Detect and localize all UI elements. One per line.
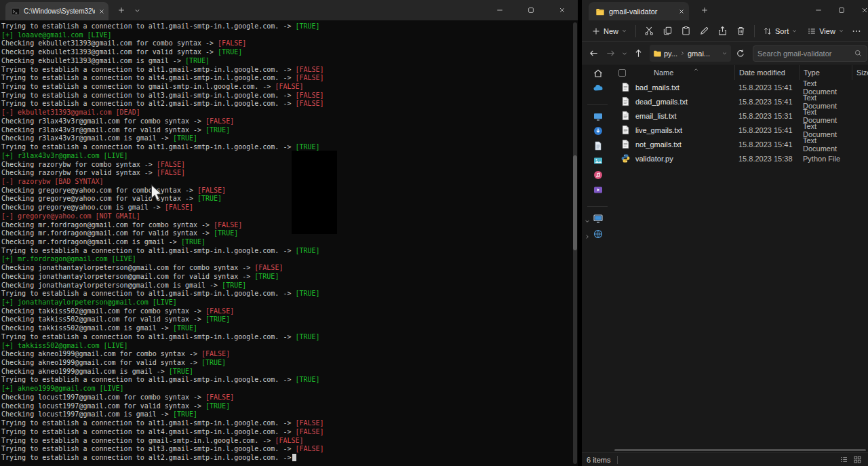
file-row[interactable]: live_gmails.txt15.8.2023 15:41Text Docum…: [613, 123, 868, 137]
terminal-tab-close-icon[interactable]: [98, 8, 105, 15]
recent-locations-chevron-icon[interactable]: [620, 45, 629, 61]
column-header-date-modified[interactable]: Date modified: [734, 65, 799, 80]
sidebar-item-videos[interactable]: [593, 185, 604, 195]
chevron-down-icon: [838, 28, 844, 34]
file-name: dead_gmails.txt: [635, 98, 734, 106]
sidebar-item-pictures[interactable]: [593, 155, 604, 166]
rename-button[interactable]: [695, 22, 713, 40]
terminal-line: Checking mr.fordragon@gmail.com for vali…: [1, 229, 578, 238]
explorer-new-tab-button[interactable]: [697, 3, 712, 17]
file-row[interactable]: bad_mails.txt15.8.2023 15:41Text Documen…: [613, 80, 868, 94]
large-icons-view-icon[interactable]: [852, 454, 863, 465]
refresh-icon[interactable]: [732, 45, 748, 61]
terminal-line: Trying to establish a connection to alt1…: [1, 419, 578, 428]
file-row[interactable]: email_list.txt15.8.2023 15:31Text Docume…: [613, 109, 868, 123]
terminal-line: Checking r3lax43v3r@gmail.com is gmail -…: [1, 134, 578, 143]
terminal-line: Trying to establish a connection to alt2…: [1, 100, 578, 109]
sidebar-item-onedrive[interactable]: [593, 83, 604, 94]
text-file-icon: [620, 82, 631, 93]
column-header-type[interactable]: Type: [799, 65, 852, 80]
file-date-modified: 15.8.2023 15:31: [734, 112, 799, 120]
terminal-line: Checking gregorye@yahoo.com for valid sy…: [1, 195, 578, 203]
select-all-checkbox[interactable]: [613, 65, 633, 80]
terminal-line: Checking locust1997@gmail.com is gmail -…: [1, 410, 578, 419]
sidebar-item-this-pc[interactable]: [593, 213, 604, 224]
terminal-line: [+] jonathantaylorpeterson@gmail.com [LI…: [1, 298, 578, 307]
terminal-line: Trying to establish a connection to alt1…: [1, 376, 578, 385]
copy-button[interactable]: [658, 22, 677, 40]
column-header-label: Type: [804, 69, 820, 77]
column-header-label: Date modified: [739, 69, 785, 77]
chevron-down-icon[interactable]: [584, 215, 591, 222]
terminal-line: Checking jonathantaylorpeterson@gmail.co…: [1, 273, 578, 281]
details-view-icon[interactable]: [838, 454, 850, 465]
file-date-modified: 15.8.2023 15:41: [734, 126, 799, 134]
search-icon: [854, 49, 863, 58]
chevron-right-icon[interactable]: [584, 231, 591, 237]
more-options-icon[interactable]: [851, 22, 863, 40]
terminal-line: Checking r3lax43v3r@gmail.com for combo …: [1, 117, 578, 126]
file-date-modified: 15.8.2023 15:41: [734, 98, 799, 106]
terminal-line: Checking locust1997@gmail.com for valid …: [1, 402, 578, 411]
file-row[interactable]: dead_gmails.txt15.8.2023 15:41Text Docum…: [613, 94, 868, 109]
terminal-scrollbar-thumb[interactable]: [573, 155, 577, 250]
view-button[interactable]: View: [803, 24, 848, 39]
terminal-line: Checking jonathantaylorpeterson@gmail.co…: [1, 264, 578, 273]
share-button[interactable]: [713, 22, 732, 40]
explorer-maximize-button[interactable]: [830, 0, 853, 20]
terminal-tab[interactable]: C:\Windows\System32\cmd.e: [5, 2, 108, 20]
terminal-new-tab-button[interactable]: [114, 3, 129, 17]
terminal-line: Checking takkiss502@gmail.com for valid …: [1, 315, 578, 324]
terminal-tab-dropdown-icon[interactable]: [130, 3, 144, 17]
terminal-line: Checking mr.fordragon@gmail.com for comb…: [1, 221, 578, 230]
sidebar-item-network[interactable]: [593, 229, 604, 239]
file-name: email_list.txt: [635, 112, 734, 120]
horizontal-scrollbar[interactable]: [614, 449, 866, 451]
terminal-line: Checking takkiss502@gmail.com is gmail -…: [1, 324, 578, 333]
search-input[interactable]: [757, 50, 854, 58]
file-name: validator.py: [635, 155, 734, 163]
sidebar-item-music[interactable]: [593, 170, 604, 180]
sidebar-item-downloads[interactable]: [593, 125, 604, 136]
cut-button[interactable]: [640, 22, 658, 40]
file-row[interactable]: not_gmails.txt15.8.2023 15:41Text Docume…: [613, 137, 868, 151]
sort-button[interactable]: Sort: [759, 24, 802, 39]
sidebar-item-documents[interactable]: [593, 140, 604, 151]
breadcrumb-dropdown-icon[interactable]: [722, 50, 728, 56]
file-row[interactable]: validator.py15.8.2023 15:38Python File: [613, 151, 868, 166]
terminal-screen[interactable]: Trying to establish a connection to alt1…: [0, 20, 578, 466]
sidebar-item-desktop[interactable]: [593, 111, 604, 122]
paste-icon: [681, 26, 691, 36]
view-button-label: View: [819, 27, 835, 35]
breadcrumb-segment[interactable]: py...: [664, 50, 677, 58]
new-button[interactable]: New: [587, 24, 631, 39]
terminal-scrollbar[interactable]: [573, 22, 577, 464]
toolbar-separator: [754, 25, 755, 37]
back-icon[interactable]: [586, 45, 601, 61]
terminal-line: Checking locust1997@gmail.com for combo …: [1, 393, 578, 402]
explorer-tab-close-icon[interactable]: [678, 8, 685, 15]
terminal-caption-buttons: [484, 0, 578, 20]
terminal-line: [+] loaave@gmail.com [LIVE]: [1, 31, 578, 40]
paste-button[interactable]: [677, 22, 695, 40]
breadcrumb-segment[interactable]: gmai...: [688, 50, 710, 58]
terminal-close-button[interactable]: [547, 0, 578, 20]
explorer-minimize-button[interactable]: [807, 0, 830, 20]
up-icon[interactable]: [631, 45, 646, 61]
terminal-line: Trying to establish a connection to alt1…: [1, 22, 578, 31]
terminal-line: Checking jonathantaylorpeterson@gmail.co…: [1, 281, 578, 290]
file-date-modified: 15.8.2023 15:41: [734, 83, 799, 92]
column-header-name[interactable]: Name: [633, 65, 734, 80]
delete-button[interactable]: [732, 22, 750, 40]
terminal-line: [-] razorybw [BAD SYNTAX]: [1, 178, 578, 187]
explorer-tab[interactable]: gmail-validator: [589, 2, 689, 20]
explorer-close-button[interactable]: [853, 0, 868, 20]
column-header-size[interactable]: Size: [852, 65, 868, 80]
terminal-line: Trying to establish a connection to alt1…: [1, 333, 578, 342]
terminal-line: Checking gregorye@yahoo.com for combo sy…: [1, 187, 578, 195]
forward-icon[interactable]: [603, 45, 618, 61]
sidebar-item-home[interactable]: [593, 68, 604, 79]
terminal-minimize-button[interactable]: [484, 0, 515, 20]
file-date-modified: 15.8.2023 15:38: [734, 155, 799, 163]
terminal-maximize-button[interactable]: [515, 0, 547, 20]
